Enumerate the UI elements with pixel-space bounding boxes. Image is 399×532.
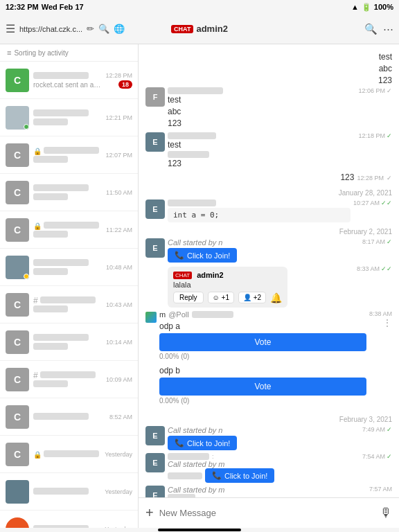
reply-button[interactable]: Reply	[173, 292, 204, 303]
add-attachment-button[interactable]: +	[145, 505, 154, 521]
list-item[interactable]: 12:21 PM	[0, 99, 138, 136]
list-item[interactable]: C 🔒 11:22 AM	[0, 211, 138, 249]
click-to-join-button[interactable]: 📞 Click to Join!	[168, 248, 237, 263]
sidebar-item-time: 12:28 PM 18	[105, 72, 132, 89]
nav-bar: ☰ https://chat.czk.c... ✏ 🔍 🌐 CHAT admin…	[0, 14, 399, 44]
search-right-icon[interactable]: 🔍	[364, 23, 378, 35]
call-started-text: Call started by m	[168, 460, 360, 468]
list-item[interactable]: C 🔒 Yesterday	[0, 436, 138, 473]
list-item[interactable]: C # 10:43 AM	[0, 286, 138, 323]
msg-time: 10:27 AM ✓✓	[353, 200, 392, 206]
msg-time: 12:18 PM ✓	[358, 132, 392, 139]
sidebar-item-preview	[33, 193, 102, 202]
edit-icon[interactable]: ✏	[87, 24, 94, 34]
nav-url[interactable]: https://chat.czk.c...	[19, 25, 82, 33]
sidebar-item-name: #	[33, 296, 102, 305]
sender-name	[168, 132, 216, 139]
sidebar-list: C rocket.cat sent an attachment 12:28 PM…	[0, 62, 138, 528]
status-bar: 12:32 PM Wed Feb 17 ▲ 🔋 100%	[0, 0, 399, 14]
avatar	[6, 106, 29, 130]
poll-at: @Poll	[168, 310, 189, 319]
msg-row: E Call started by n 📞 Click to Join! 8:1…	[145, 238, 392, 263]
more-icon[interactable]: ⋯	[383, 23, 393, 35]
add-reaction-button[interactable]: 👤 +2	[238, 292, 266, 303]
read-receipt: ✓✓	[381, 200, 392, 206]
avatar: E	[145, 426, 165, 445]
sidebar-item-time: 10:43 AM	[106, 301, 132, 308]
msg-group: E Call started by n 📞 Click to Join! 8:1…	[145, 238, 392, 263]
chat-messages: test abc 123 F test	[139, 44, 399, 497]
list-item[interactable]: C # 10:09 AM	[0, 361, 138, 398]
microphone-button[interactable]: 🎙	[380, 506, 392, 520]
admin2-bubble: CHAT admin2 lalala Reply ☺ +1 👤 +2 🔔	[168, 267, 287, 308]
msg-group: test abc 123	[145, 50, 392, 87]
message-input-bar: + 🎙	[139, 497, 399, 528]
menu-icon[interactable]: ☰	[6, 22, 15, 35]
msg-text: abc	[379, 63, 392, 75]
unread-badge: 18	[118, 80, 132, 89]
msg-group: E Call started by n 📞 Click to Join! 7:4…	[145, 426, 392, 450]
msg-row: E Call started by n 📞 Click to Join! 7:4…	[145, 426, 392, 450]
sidebar-item-name	[33, 71, 101, 81]
list-item[interactable]: C 🔒 12:07 PM	[0, 136, 138, 174]
main-content: ≡ Sorting by activity C rocket.cat sent …	[0, 44, 399, 528]
sidebar-item-name: 🔒	[33, 221, 102, 231]
phone-icon: 📞	[212, 471, 222, 480]
sidebar-item-info	[33, 109, 101, 127]
sidebar-item-name	[33, 109, 101, 118]
click-to-join-button[interactable]: 📞 Click to Join!	[168, 436, 237, 450]
msg-text: 123	[378, 75, 392, 87]
globe-icon[interactable]: 🌐	[114, 24, 125, 34]
message-input[interactable]	[159, 508, 374, 518]
blurred-name	[168, 472, 202, 479]
status-date: Wed Feb 17	[42, 3, 84, 11]
notification-button[interactable]: 🔔	[270, 292, 282, 303]
msg-row: test	[145, 51, 392, 63]
msg-text: test	[168, 139, 355, 151]
call-started-text: Call started by m	[168, 486, 366, 494]
avatar	[6, 480, 29, 504]
online-indicator	[24, 124, 29, 130]
msg-group: m @Poll odp a Vote 0.00% (0) odp b Vote …	[145, 310, 392, 410]
avatar: E	[145, 200, 165, 219]
admin2-actions: Reply ☺ +1 👤 +2 🔔	[173, 292, 282, 303]
avatar: C	[6, 405, 29, 429]
msg-group: E int a = 0; 10:27 AM ✓✓	[145, 200, 392, 222]
list-item[interactable]: ● Yesterday	[0, 511, 138, 528]
msg-text: test	[379, 51, 392, 63]
list-item[interactable]: C 11:50 AM	[0, 174, 138, 211]
poll-sender-row: m @Poll	[159, 310, 366, 319]
sidebar-item-info: 🔒	[33, 221, 102, 239]
date-separator: January 28, 2021	[145, 189, 392, 197]
poll-menu-icon[interactable]: ⋮	[382, 317, 392, 328]
list-item[interactable]: Yesterday	[0, 473, 138, 511]
msg-time: 7:54 AM ✓	[362, 453, 392, 460]
click-to-join-button[interactable]: 📞 Click to Join!	[205, 468, 274, 483]
emoji-react-button[interactable]: ☺ +1	[208, 292, 234, 303]
list-item[interactable]: 10:48 AM	[0, 249, 138, 286]
avatar: F	[145, 87, 165, 107]
sidebar-item-info	[33, 487, 100, 497]
msg-content: m @Poll odp a Vote 0.00% (0) odp b Vote …	[159, 310, 366, 410]
vote-b-button[interactable]: Vote	[159, 378, 366, 396]
sidebar-item-info	[33, 412, 105, 422]
list-item[interactable]: C 10:14 AM	[0, 323, 138, 361]
sender-name: admin2	[197, 271, 224, 279]
msg-group: CHAT admin2 lalala Reply ☺ +1 👤 +2 🔔	[145, 265, 392, 308]
read-receipt: ✓✓	[381, 265, 392, 272]
poll-option-a-label: odp a	[159, 321, 366, 331]
sidebar-item-info	[33, 333, 102, 351]
avatar: E	[145, 453, 165, 472]
status-time: 12:32 PM	[6, 3, 39, 11]
sidebar-item-time: 12:21 PM	[105, 114, 132, 121]
search-icon[interactable]: 🔍	[98, 24, 109, 34]
vote-a-button[interactable]: Vote	[159, 333, 366, 351]
msg-row: E int a = 0; 10:27 AM ✓✓	[145, 200, 392, 222]
sidebar-item-preview	[33, 343, 102, 351]
msg-content: : Call started by m 📞 Click to Join!	[168, 453, 360, 483]
avatar: C	[6, 330, 29, 354]
avatar: E	[145, 486, 165, 497]
list-item[interactable]: C rocket.cat sent an attachment 12:28 PM…	[0, 62, 138, 99]
list-item[interactable]: C 8:52 AM	[0, 398, 138, 436]
sender-name	[168, 200, 216, 206]
